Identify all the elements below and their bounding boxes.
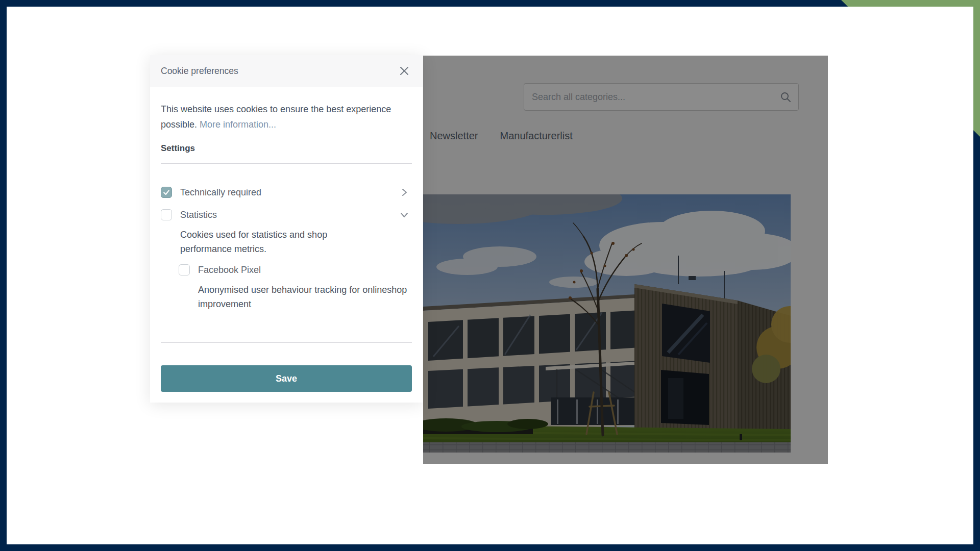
divider [161, 342, 412, 343]
option-row-technically-required: Technically required [161, 186, 412, 199]
statistics-description: Cookies used for statistics and shop per… [180, 228, 364, 256]
statistics-label: Statistics [180, 210, 217, 220]
save-button[interactable]: Save [161, 365, 412, 392]
search-bar [524, 83, 799, 111]
option-row-facebook-pixel: Facebook Pixel [179, 263, 412, 277]
option-row-statistics: Statistics [161, 208, 412, 221]
statistics-checkbox[interactable] [161, 209, 172, 220]
modal-header: Cookie preferences [150, 55, 423, 87]
search-input[interactable] [524, 83, 799, 111]
technically-required-checkbox[interactable] [161, 187, 172, 198]
modal-body: This website uses cookies to ensure the … [150, 102, 423, 403]
settings-heading: Settings [161, 143, 412, 154]
divider [161, 163, 412, 164]
facebook-pixel-label: Facebook Pixel [198, 265, 261, 276]
facebook-pixel-description: Anonymised user behaviour tracking for o… [198, 283, 408, 311]
search-icon[interactable] [779, 91, 792, 103]
hero-image [423, 194, 791, 453]
modal-title: Cookie preferences [161, 66, 238, 77]
dimmed-page: Newsletter Manufacturerlist [423, 56, 828, 464]
facebook-pixel-checkbox[interactable] [179, 264, 190, 276]
cookie-preferences-modal: Cookie preferences This website uses coo… [150, 55, 423, 403]
technically-required-label: Technically required [180, 187, 261, 198]
cookie-intro-paragraph: This website uses cookies to ensure the … [161, 102, 396, 132]
nav-link-manufacturerlist[interactable]: Manufacturerlist [500, 130, 572, 142]
close-icon[interactable] [397, 63, 412, 79]
more-information-link[interactable]: More information... [200, 119, 276, 130]
chevron-right-icon[interactable] [399, 187, 409, 197]
page-canvas: Newsletter Manufacturerlist [7, 7, 973, 544]
chevron-down-icon[interactable] [399, 210, 409, 220]
main-navigation: Newsletter Manufacturerlist [430, 130, 573, 142]
nav-link-newsletter[interactable]: Newsletter [430, 130, 478, 142]
